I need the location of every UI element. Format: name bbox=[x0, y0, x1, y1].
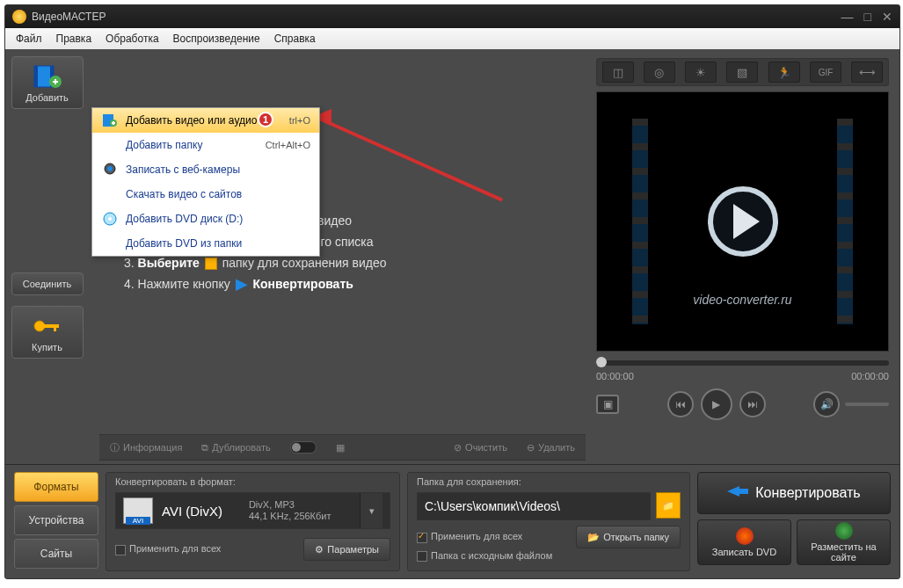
source-folder-check[interactable]: Папка с исходным файлом bbox=[417, 550, 552, 562]
dd-webcam[interactable]: Записать с веб-камеры bbox=[92, 157, 319, 182]
clear-button[interactable]: ⊘Очистить bbox=[454, 442, 507, 454]
convert-button[interactable]: Конвертировать bbox=[697, 472, 891, 514]
add-label: Добавить bbox=[12, 92, 83, 103]
gif-icon: GIF bbox=[819, 68, 834, 77]
dd-dvd-disk[interactable]: Добавить DVD диск (D:) bbox=[92, 207, 319, 231]
browse-folder-button[interactable]: 📁 bbox=[656, 492, 681, 519]
play-button[interactable]: ▶ bbox=[701, 388, 732, 420]
menu-edit[interactable]: Правка bbox=[56, 33, 92, 45]
info-button[interactable]: ⓘИнформация bbox=[110, 441, 182, 454]
video-preview[interactable]: video-converter.ru bbox=[596, 91, 889, 352]
menu-process[interactable]: Обработка bbox=[106, 33, 159, 45]
output-tabs: Форматы Устройства Сайты bbox=[14, 472, 98, 571]
apply-all-format[interactable]: Применить для всех bbox=[115, 543, 221, 555]
menu-playback[interactable]: Воспроизведение bbox=[173, 33, 260, 45]
delete-button[interactable]: ⊖Удалить bbox=[527, 442, 575, 454]
checkbox-checked-icon bbox=[417, 533, 427, 543]
maximize-button[interactable]: □ bbox=[864, 10, 871, 24]
add-button[interactable]: Добавить bbox=[11, 56, 84, 109]
skip-back-icon: ⏮ bbox=[675, 398, 686, 410]
play-overlay[interactable] bbox=[708, 186, 778, 257]
prev-button[interactable]: ⏮ bbox=[667, 391, 694, 417]
clear-icon: ⊘ bbox=[454, 442, 462, 454]
output-path-field[interactable]: C:\Users\компик\Videos\ bbox=[417, 492, 651, 520]
svg-point-16 bbox=[108, 217, 112, 221]
gif-button[interactable]: GIF bbox=[810, 62, 841, 83]
seek-bar[interactable] bbox=[596, 360, 889, 366]
snapshot-button[interactable]: ▣ bbox=[596, 395, 619, 414]
folder-open-icon: 📂 bbox=[587, 532, 600, 543]
speed-button[interactable]: 🏃 bbox=[768, 62, 800, 83]
film-add-icon bbox=[32, 62, 63, 91]
format-panel-title: Конвертировать в формат: bbox=[115, 476, 390, 487]
svg-rect-5 bbox=[55, 79, 56, 84]
key-icon bbox=[32, 312, 63, 340]
menu-file[interactable]: Файл bbox=[16, 33, 42, 45]
crop-button[interactable]: ◫ bbox=[602, 62, 634, 83]
dd-label: Добавить DVD из папки bbox=[126, 237, 310, 250]
skip-fwd-icon: ⏭ bbox=[747, 398, 758, 410]
checkbox-icon bbox=[417, 551, 427, 562]
toggle-icon bbox=[290, 441, 317, 454]
time-total: 00:00:00 bbox=[851, 371, 889, 381]
apply-all-folder[interactable]: Применить для всех bbox=[417, 531, 522, 542]
view-toggle[interactable] bbox=[290, 441, 317, 454]
menubar: Файл Правка Обработка Воспроизведение Сп… bbox=[5, 28, 899, 49]
dd-label: Скачать видео с сайтов bbox=[126, 188, 310, 200]
circle-icon: ◎ bbox=[654, 66, 664, 79]
minimize-button[interactable]: — bbox=[841, 10, 854, 24]
format-codec: DivX, MP3 bbox=[249, 499, 331, 511]
run-icon: 🏃 bbox=[777, 66, 791, 79]
film-icon: ▧ bbox=[737, 66, 747, 79]
seek-handle[interactable] bbox=[596, 357, 607, 367]
svg-rect-1 bbox=[34, 66, 38, 87]
dd-add-video-audio[interactable]: 1 Добавить видео или аудио trl+O bbox=[92, 108, 319, 133]
app-window: ВидеоМАСТЕР — □ ✕ Файл Правка Обработка … bbox=[4, 4, 900, 579]
dd-shortcut: Ctrl+Alt+O bbox=[266, 140, 310, 150]
tab-formats[interactable]: Форматы bbox=[14, 472, 98, 502]
open-folder-button[interactable]: 📂Открыть папку bbox=[576, 526, 681, 548]
dd-download[interactable]: Скачать видео с сайтов bbox=[92, 182, 319, 207]
dd-label: Записать с веб-камеры bbox=[126, 163, 310, 176]
svg-rect-7 bbox=[43, 324, 59, 328]
tab-sites[interactable]: Сайты bbox=[14, 539, 98, 569]
checkbox-icon bbox=[115, 545, 126, 555]
close-button[interactable]: ✕ bbox=[882, 10, 892, 24]
dd-dvd-folder[interactable]: Добавить DVD из папки bbox=[92, 231, 319, 256]
effects-button[interactable]: ◎ bbox=[644, 62, 675, 83]
list-footer-bar: ⓘИнформация ⧉Дублировать ▦ ⊘Очистить ⊖Уд… bbox=[99, 434, 586, 461]
volume-button[interactable]: 🔊 bbox=[813, 391, 840, 417]
join-button[interactable]: Соединить bbox=[11, 272, 84, 295]
svg-rect-12 bbox=[113, 121, 114, 125]
chevron-down-icon[interactable]: ▾ bbox=[360, 493, 382, 528]
enhance-button[interactable]: ☀ bbox=[685, 62, 717, 83]
gear-icon: ⚙ bbox=[315, 544, 324, 555]
buy-label: Купить bbox=[12, 342, 83, 352]
grid-view-button[interactable]: ▦ bbox=[336, 442, 345, 454]
publish-button[interactable]: Разместить на сайте bbox=[797, 519, 891, 565]
media-controls: ▣ ⏮ ▶ ⏭ 🔊 bbox=[596, 388, 889, 420]
dd-label: Добавить DVD диск (D:) bbox=[126, 213, 310, 225]
save-folder-title: Папка для сохранения: bbox=[417, 476, 681, 487]
burn-dvd-button[interactable]: Записать DVD bbox=[697, 519, 791, 565]
svg-marker-17 bbox=[727, 486, 748, 497]
trim-button[interactable]: ⟷ bbox=[851, 62, 883, 83]
duplicate-button[interactable]: ⧉Дублировать bbox=[201, 442, 270, 454]
preview-panel: ◫ ◎ ☀ ▧ 🏃 GIF ⟷ video-converter.ru 00:00… bbox=[596, 49, 899, 464]
crop-icon: ◫ bbox=[613, 66, 623, 79]
disc-icon bbox=[101, 212, 119, 226]
text-button[interactable]: ▧ bbox=[726, 62, 758, 83]
volume-slider[interactable] bbox=[845, 403, 889, 406]
params-button[interactable]: ⚙Параметры bbox=[303, 538, 390, 561]
format-selector[interactable]: AVI AVI (DivX) DivX, MP3 44,1 KHz, 256Кб… bbox=[115, 492, 390, 529]
speaker-icon: 🔊 bbox=[820, 398, 834, 410]
dd-add-folder[interactable]: Добавить папку Ctrl+Alt+O bbox=[92, 133, 319, 157]
sun-icon: ☀ bbox=[695, 66, 706, 79]
avi-file-icon: AVI bbox=[123, 497, 153, 524]
tab-devices[interactable]: Устройства bbox=[14, 505, 98, 535]
svg-rect-8 bbox=[54, 324, 56, 331]
next-button[interactable]: ⏭ bbox=[739, 391, 766, 417]
buy-button[interactable]: Купить bbox=[11, 306, 84, 359]
app-icon bbox=[12, 10, 26, 24]
menu-help[interactable]: Справка bbox=[274, 33, 316, 45]
